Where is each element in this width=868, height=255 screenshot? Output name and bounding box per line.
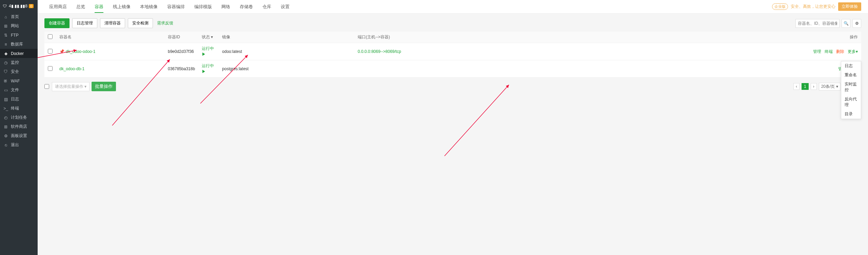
page-next[interactable]: › (811, 83, 817, 90)
col-ops: 操作 (806, 32, 861, 43)
svg-line-3 (445, 85, 509, 156)
sidebar-icon: ▭ (3, 88, 8, 93)
sidebar-item-14[interactable]: ⎋退出 (0, 140, 38, 150)
sidebar-icon: ⎋ (3, 143, 8, 148)
sidebar-label: 退出 (11, 142, 19, 148)
sidebar-icon: ⌂ (3, 15, 8, 19)
row-op-1[interactable]: 终端 (825, 49, 833, 54)
container-id: b9e0d2d37f36 (164, 43, 198, 60)
top-tab-0[interactable]: 应用商店 (44, 0, 72, 14)
sidebar-item-13[interactable]: ⚙面板设置 (0, 131, 38, 140)
container-status: 运行中 ▶ (198, 60, 219, 78)
page-size[interactable]: 20条/页 ▾ (819, 83, 841, 91)
clean-container-button[interactable]: 清理容器 (100, 18, 125, 28)
dropdown-item-4[interactable]: 目录 (841, 110, 861, 119)
slogan: 安全、高效，让您更安心 (791, 4, 835, 9)
page-prev[interactable]: ‹ (793, 83, 800, 90)
search-button[interactable]: 🔍 (842, 19, 850, 28)
sidebar-label: FTP (11, 33, 19, 38)
sidebar-icon: ⚙ (3, 134, 8, 138)
sidebar-item-5[interactable]: ◷监控 (0, 58, 38, 67)
sidebar-icon: ⛨ (3, 79, 8, 83)
sidebar-icon: ⊞ (3, 124, 8, 129)
sidebar-label: 监控 (11, 60, 19, 65)
top-tab-8[interactable]: 存储卷 (235, 0, 258, 14)
sidebar-label: 数据库 (11, 41, 23, 47)
container-name[interactable]: dk_odoo-db-1 (56, 60, 164, 78)
server-ip: 4▮.▮▮.▮▮8 (9, 4, 27, 8)
sidebar-label: 面板设置 (11, 133, 27, 139)
batch-action-button[interactable]: 批量操作 (92, 82, 116, 91)
row-checkbox[interactable] (48, 66, 53, 71)
batch-select[interactable]: 请选择批量操作 ▾ (52, 82, 90, 91)
sidebar-label: 软件商店 (11, 124, 27, 130)
sidebar-icon: ◷ (3, 60, 8, 65)
row-checkbox[interactable] (48, 49, 53, 54)
top-tab-1[interactable]: 总览 (72, 0, 90, 14)
select-all-checkbox[interactable] (48, 34, 53, 39)
sidebar-icon: >_ (3, 106, 8, 111)
cta-button[interactable]: 立即体验 (838, 2, 861, 11)
sidebar-item-1[interactable]: ⊞网站 (0, 21, 38, 31)
row-op-0[interactable]: 管理 (813, 49, 821, 54)
container-ops: 管理终端删除更多▾ (806, 43, 861, 60)
dropdown-item-2[interactable]: 实时监控 (841, 80, 861, 95)
sidebar-item-12[interactable]: ⊞软件商店 (0, 122, 38, 131)
sidebar-item-2[interactable]: ⇅FTP (0, 31, 38, 40)
sidebar-label: 安全 (11, 69, 19, 75)
col-image: 镜像 (219, 32, 354, 43)
sidebar-item-11[interactable]: ◴计划任务 (0, 113, 38, 122)
sidebar-icon: ⛉ (3, 70, 8, 74)
pro-badge[interactable]: 企业版 (772, 3, 788, 10)
top-tab-5[interactable]: 容器编排 (162, 0, 190, 14)
row-op-2[interactable]: 删除 (836, 49, 844, 54)
sidebar-label: WAF (11, 79, 20, 83)
shield-icon: 🛡 (3, 4, 7, 8)
search-input[interactable] (795, 19, 840, 28)
sidebar-label: 网站 (11, 23, 19, 29)
sidebar-label: 终端 (11, 105, 19, 111)
container-id: 036785ba318b (164, 60, 198, 78)
container-image: odoo:latest (219, 43, 354, 60)
sidebar-item-4[interactable]: ◆Docker (0, 49, 38, 58)
settings-button[interactable]: ⚙ (852, 19, 861, 28)
feedback-link[interactable]: 需求反馈 (157, 20, 173, 26)
top-tab-7[interactable]: 网络 (217, 0, 235, 14)
top-tab-4[interactable]: 本地镜像 (135, 0, 162, 14)
sidebar-item-9[interactable]: ▤日志 (0, 95, 38, 104)
sidebar-label: 计划任务 (11, 115, 27, 120)
container-port (354, 60, 806, 78)
table-row: 📌dk_odoo-odoo-1b9e0d2d37f36运行中 ▶odoo:lat… (44, 43, 861, 60)
sidebar-item-3[interactable]: ≡数据库 (0, 40, 38, 49)
sidebar-item-6[interactable]: ⛉安全 (0, 67, 38, 76)
top-tab-9[interactable]: 仓库 (258, 0, 276, 14)
col-port: 端口(主机-->容器) (354, 32, 806, 43)
table-row: dk_odoo-db-1036785ba318b运行中 ▶postgres:la… (44, 60, 861, 78)
top-tab-6[interactable]: 编排模版 (190, 0, 217, 14)
dropdown-item-1[interactable]: 重命名 (841, 71, 861, 80)
page-current[interactable]: 1 (802, 83, 809, 90)
dropdown-item-3[interactable]: 反向代理 (841, 95, 861, 110)
dropdown-item-0[interactable]: 日志 (841, 61, 861, 71)
batch-checkbox[interactable] (44, 84, 49, 89)
top-tab-3[interactable]: 线上镜像 (108, 0, 135, 14)
sidebar-icon: ◆ (3, 51, 8, 56)
sidebar-item-8[interactable]: ▭文件 (0, 85, 38, 95)
top-tab-10[interactable]: 设置 (276, 0, 294, 14)
create-container-button[interactable]: 创建容器 (44, 18, 70, 28)
sidebar-item-7[interactable]: ⛨WAF (0, 76, 38, 85)
row-op-3[interactable]: 更多▾ (848, 49, 858, 54)
toolbar: 创建容器 日志管理 清理容器 安全检测 需求反馈 🔍 ⚙ (44, 18, 861, 28)
sidebar-item-10[interactable]: >_终端 (0, 104, 38, 113)
log-management-button[interactable]: 日志管理 (72, 18, 97, 28)
notification-badge[interactable]: 0 (29, 4, 34, 8)
pin-icon: 📌 (59, 49, 64, 54)
col-id: 容器ID (164, 32, 198, 43)
sidebar-item-0[interactable]: ⌂首页 (0, 12, 38, 21)
top-tab-2[interactable]: 容器 (90, 0, 108, 14)
security-check-button[interactable]: 安全检测 (128, 18, 153, 28)
container-image: postgres:latest (219, 60, 354, 78)
sidebar-icon: ◴ (3, 115, 8, 120)
container-name[interactable]: 📌dk_odoo-odoo-1 (56, 43, 164, 60)
sidebar-icon: ⇅ (3, 33, 8, 38)
